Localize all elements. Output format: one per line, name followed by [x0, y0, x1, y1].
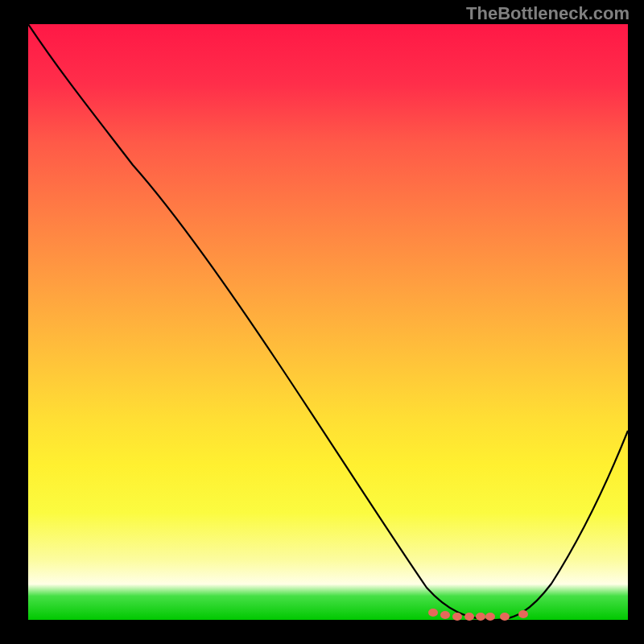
optimal-dot: [452, 613, 462, 621]
optimal-dots-layer: [28, 24, 628, 620]
optimal-dot: [464, 613, 474, 621]
chart-plot-area: [28, 24, 628, 620]
optimal-dot: [518, 610, 528, 618]
optimal-dot: [428, 609, 438, 617]
optimal-dot: [485, 613, 495, 621]
optimal-dot: [440, 611, 450, 619]
optimal-dot: [500, 613, 510, 621]
watermark-text: TheBottleneck.com: [466, 3, 630, 24]
